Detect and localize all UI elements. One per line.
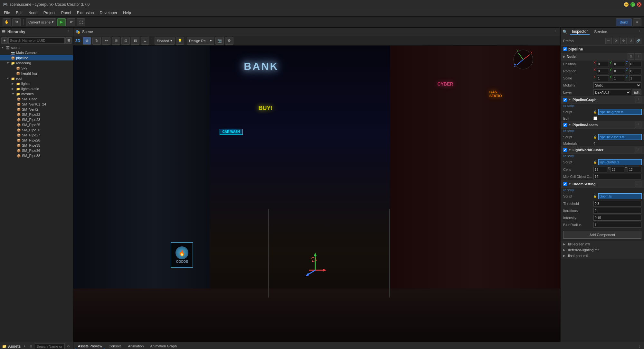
layer-select[interactable]: DEFAULT — [593, 89, 631, 95]
close-button[interactable]: ✕ — [637, 2, 641, 7]
toolbar-hand[interactable]: ✋ — [3, 18, 11, 26]
toolbar-play[interactable]: ▶ — [57, 18, 66, 26]
hierarchy-add-btn[interactable]: + — [1, 37, 8, 44]
final-post-row[interactable]: ▶ final-post.mtl — [561, 253, 644, 259]
lwc-script-input[interactable] — [598, 159, 642, 165]
tab-console[interactable]: Console — [106, 344, 124, 349]
design-res-dropdown[interactable]: Design Re... ▾ — [187, 37, 214, 45]
pg-more-btn[interactable]: ⋮ — [635, 96, 641, 103]
tree-item-sm-pipe25[interactable]: 📦 SM_Pipe25 — [0, 122, 73, 127]
scale-z-input[interactable] — [629, 75, 641, 81]
scene-viewport[interactable]: BANK CAR WASH BUY! GASSTATIO CYBER 🔥 COC… — [73, 46, 560, 342]
hierarchy-search-input[interactable] — [8, 37, 65, 44]
pa-script-input[interactable] — [598, 134, 642, 140]
scene-menu-btn[interactable]: ⋮ — [553, 29, 558, 34]
maximize-button[interactable]: □ — [630, 2, 635, 7]
toolbar-refresh[interactable]: ⟳ — [67, 18, 75, 26]
scene-move-tool[interactable]: ⊕ — [83, 37, 91, 45]
pa-more-btn[interactable]: ⋮ — [635, 122, 641, 128]
tab-animation[interactable]: Animation — [126, 344, 147, 349]
scene-transform-tool[interactable]: ⊡ — [121, 37, 130, 45]
menu-panel[interactable]: Panel — [59, 10, 74, 16]
tree-item-lights[interactable]: ▶ 📁 lights — [0, 81, 73, 86]
scene-rotate-tool[interactable]: ↻ — [92, 37, 101, 45]
tree-item-sm-pipe23[interactable]: 📦 SM_Pipe23 — [0, 117, 73, 122]
scene-align-tool[interactable]: ⊏ — [141, 37, 149, 45]
tree-item-height-fog[interactable]: 📦 height-fog — [0, 71, 73, 76]
pos-y-input[interactable] — [613, 61, 625, 67]
scene-rect-tool[interactable]: ⊞ — [112, 37, 120, 45]
pipeline-graph-header[interactable]: ▼ PipelineGraph ⋮ — [561, 96, 644, 104]
pos-x-input[interactable] — [597, 61, 609, 67]
bloom-script-input[interactable] — [598, 193, 642, 199]
shading-dropdown[interactable]: Shaded ▾ — [155, 37, 175, 45]
tree-item-sm-pipe35[interactable]: 📦 SM_Pipe35 — [0, 143, 73, 148]
menu-extension[interactable]: Extension — [74, 10, 97, 16]
layer-edit-btn[interactable]: Edit — [632, 89, 641, 95]
pos-z-input[interactable] — [629, 61, 641, 67]
tab-inspector[interactable]: Inspector — [570, 29, 590, 35]
bottom-menu-btn[interactable]: ⋮ — [637, 344, 642, 349]
tree-item-sm-vent01[interactable]: 📦 SM_Vent01_24 — [0, 102, 73, 107]
scene-settings-btn[interactable]: ⚙ — [225, 37, 233, 45]
menu-file[interactable]: File — [1, 10, 13, 16]
scale-x-input[interactable] — [597, 75, 609, 81]
tree-item-sm-car2[interactable]: 📦 SM_Car2 — [0, 96, 73, 102]
menu-help[interactable]: Help — [120, 10, 134, 16]
menu-developer[interactable]: Developer — [97, 10, 120, 16]
bloom-threshold-input[interactable] — [593, 201, 641, 207]
tree-item-main-camera[interactable]: 📷 Main Camera — [0, 50, 73, 55]
pipeline-checkbox[interactable] — [563, 47, 567, 51]
bloom-iterations-input[interactable] — [593, 208, 641, 214]
prefab-settings-btn[interactable]: ⚙ — [620, 38, 627, 44]
toolbar-fullscreen[interactable]: ⛶ — [77, 18, 85, 26]
scene-scale-tool[interactable]: ⇔ — [102, 37, 110, 45]
pipeline-graph-checkbox[interactable] — [563, 98, 567, 102]
pg-script-input[interactable] — [598, 109, 642, 115]
tab-assets-preview[interactable]: Assets Preview — [75, 344, 105, 349]
pipeline-assets-header[interactable]: ▼ PipelineAssets ⋮ — [561, 121, 644, 129]
pg-edit-checkbox[interactable] — [593, 116, 597, 120]
pipeline-assets-checkbox[interactable] — [563, 123, 567, 127]
tab-animation-graph[interactable]: Animation Graph — [147, 344, 179, 349]
hierarchy-sort-btn[interactable]: ⊞ — [65, 37, 72, 44]
assets-sort-btn[interactable]: ⊞ — [28, 344, 33, 349]
lwc-cells-z[interactable] — [628, 167, 641, 172]
deferred-lighting-row[interactable]: ▶ deferred-lighting.mtl — [561, 247, 644, 253]
prefab-reload-btn[interactable]: ⟳ — [613, 38, 619, 44]
tree-item-sky[interactable]: 📦 Sky — [0, 66, 73, 71]
lwc-checkbox[interactable] — [563, 148, 567, 152]
tree-item-sm-pipe28[interactable]: 📦 SM_Pipe28 — [0, 138, 73, 143]
prefab-refresh-btn[interactable]: ↺ — [628, 38, 634, 44]
tree-item-sm-pipe36[interactable]: 📦 SM_Pipe36 — [0, 148, 73, 153]
menu-project[interactable]: Project — [41, 10, 58, 16]
tree-item-scene[interactable]: ▼ 🎬 scene — [0, 45, 73, 50]
bloom-checkbox[interactable] — [563, 182, 567, 186]
node-section-header[interactable]: ▶ Node ⚙ ⋮ — [561, 53, 644, 60]
menu-node[interactable]: Node — [26, 10, 40, 16]
tree-item-meshes[interactable]: ▼ 📁 meshes — [0, 91, 73, 96]
mobility-select[interactable]: Static — [593, 82, 641, 88]
tree-item-root[interactable]: ▼ 📁 root — [0, 76, 73, 81]
assets-refresh-btn[interactable]: ⟳ — [66, 344, 71, 349]
tree-item-pipeline[interactable]: 📦 pipeline — [0, 55, 73, 60]
title-bar-controls[interactable]: ─ □ ✕ — [624, 2, 641, 7]
tab-service[interactable]: Service — [592, 29, 609, 35]
prefab-link-btn[interactable]: 🔗 — [635, 38, 641, 44]
rot-x-input[interactable] — [597, 68, 609, 74]
tree-item-sm-vent2[interactable]: 📦 SM_Vent2 — [0, 107, 73, 112]
bloom-blur-input[interactable] — [593, 222, 641, 228]
tree-item-sm-pipe26[interactable]: 📦 SM_Pipe26 — [0, 127, 73, 133]
tree-item-rendering[interactable]: ▼ 📁 rendering — [0, 60, 73, 66]
hierarchy-menu-btn[interactable]: ⋮ — [66, 29, 71, 34]
tree-item-sm-pipe27[interactable]: 📦 SM_Pipe27 — [0, 133, 73, 138]
minimize-button[interactable]: ─ — [624, 2, 629, 7]
scene-snap-tool[interactable]: ⊟ — [131, 37, 139, 45]
menu-edit[interactable]: Edit — [13, 10, 25, 16]
lwc-maxcell-input[interactable] — [593, 174, 641, 179]
node-more-btn[interactable]: ⋮ — [635, 53, 641, 60]
toolbar-rotate[interactable]: ↻ — [12, 18, 21, 26]
tree-item-sm-pipe22[interactable]: 📦 SM_Pipe22 — [0, 112, 73, 117]
blit-screen-row[interactable]: ▶ blit-screen.mtl — [561, 241, 644, 247]
bloom-more-btn[interactable]: ⋮ — [635, 181, 641, 187]
